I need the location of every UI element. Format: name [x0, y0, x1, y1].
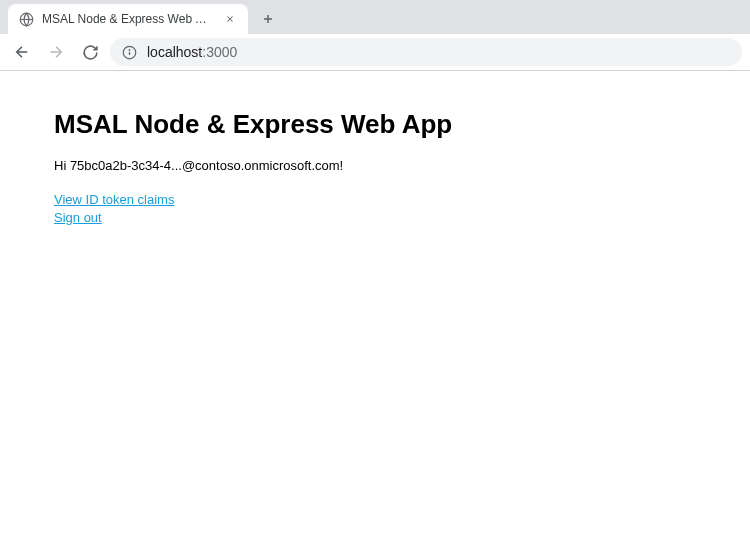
new-tab-button[interactable]: [254, 5, 282, 33]
view-id-token-claims-link[interactable]: View ID token claims: [54, 191, 174, 209]
address-bar[interactable]: localhost:3000: [110, 38, 742, 66]
links-section: View ID token claims Sign out: [54, 191, 696, 226]
reload-button[interactable]: [76, 38, 104, 66]
close-icon[interactable]: [222, 11, 238, 27]
page-content: MSAL Node & Express Web App Hi 75bc0a2b-…: [0, 71, 750, 264]
address-host: localhost: [147, 44, 202, 60]
greeting-text: Hi 75bc0a2b-3c34-4...@contoso.onmicrosof…: [54, 158, 696, 173]
tab-title: MSAL Node & Express Web App: [42, 12, 214, 26]
page-title: MSAL Node & Express Web App: [54, 109, 696, 140]
browser-chrome: MSAL Node & Express Web App: [0, 0, 750, 71]
back-button[interactable]: [8, 38, 36, 66]
sign-out-link[interactable]: Sign out: [54, 209, 102, 227]
address-text: localhost:3000: [147, 44, 237, 60]
address-port: :3000: [202, 44, 237, 60]
browser-tab[interactable]: MSAL Node & Express Web App: [8, 4, 248, 34]
globe-icon: [18, 11, 34, 27]
info-icon: [122, 45, 137, 60]
browser-toolbar: localhost:3000: [0, 34, 750, 70]
tab-strip: MSAL Node & Express Web App: [0, 0, 750, 34]
svg-point-2: [129, 49, 130, 50]
forward-button[interactable]: [42, 38, 70, 66]
